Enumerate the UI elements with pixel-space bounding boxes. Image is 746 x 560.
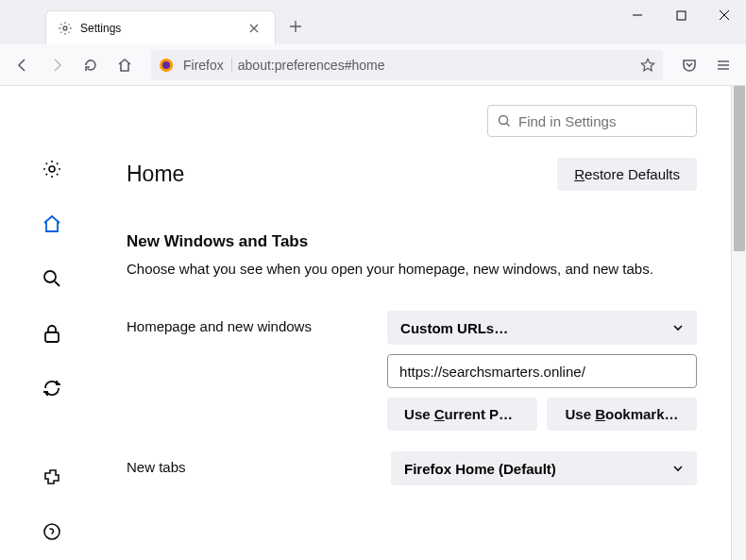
chevron-down-icon bbox=[672, 322, 684, 333]
back-button[interactable] bbox=[8, 50, 38, 80]
section-title: New Windows and Tabs bbox=[127, 232, 697, 251]
search-placeholder: Find in Settings bbox=[518, 113, 616, 129]
homepage-label: Homepage and new windows bbox=[127, 311, 387, 334]
close-window-button[interactable] bbox=[703, 0, 746, 30]
newtabs-select-value: Firefox Home (Default) bbox=[404, 461, 556, 477]
search-icon bbox=[498, 114, 511, 127]
svg-point-8 bbox=[500, 116, 508, 125]
restore-defaults-button[interactable]: Restore Defaults bbox=[557, 158, 697, 191]
settings-sidebar bbox=[0, 86, 104, 560]
section-description: Choose what you see when you open your h… bbox=[127, 261, 697, 277]
content-area: Find in Settings Home Restore Defaults N… bbox=[0, 86, 746, 560]
tab-close-button[interactable] bbox=[245, 19, 263, 38]
scrollbar[interactable] bbox=[731, 86, 746, 560]
sidebar-item-search[interactable] bbox=[37, 263, 67, 294]
newtabs-label: New tabs bbox=[127, 451, 391, 475]
toolbar: Firefox about:preferences#home bbox=[0, 44, 746, 86]
reload-button[interactable] bbox=[76, 50, 106, 80]
sidebar-item-home[interactable] bbox=[37, 209, 67, 239]
sidebar-item-sync[interactable] bbox=[37, 373, 67, 403]
browser-tab[interactable]: Settings bbox=[45, 10, 276, 44]
titlebar: Settings bbox=[0, 0, 746, 44]
homepage-url-input[interactable] bbox=[387, 354, 697, 388]
homepage-select-value: Custom URLs… bbox=[400, 320, 508, 336]
chevron-down-icon bbox=[672, 463, 684, 474]
svg-point-3 bbox=[162, 61, 170, 69]
svg-point-0 bbox=[63, 26, 67, 30]
gear-icon bbox=[58, 21, 73, 36]
bookmark-star-icon[interactable] bbox=[640, 58, 655, 73]
settings-main: Find in Settings Home Restore Defaults N… bbox=[104, 86, 746, 560]
url-bar[interactable]: Firefox about:preferences#home bbox=[151, 50, 663, 80]
homepage-select[interactable]: Custom URLs… bbox=[387, 311, 697, 345]
forward-button[interactable] bbox=[42, 50, 72, 80]
url-identity-label: Firefox bbox=[183, 58, 232, 73]
tab-title: Settings bbox=[80, 22, 245, 35]
use-bookmark-button[interactable]: Use Bookmark… bbox=[547, 398, 697, 431]
sidebar-item-privacy[interactable] bbox=[37, 318, 67, 348]
homepage-setting-row: Homepage and new windows Custom URLs… Us… bbox=[127, 311, 697, 431]
home-button[interactable] bbox=[110, 50, 140, 80]
newtabs-select[interactable]: Firefox Home (Default) bbox=[391, 451, 697, 485]
minimize-button[interactable] bbox=[616, 0, 659, 30]
newtabs-setting-row: New tabs Firefox Home (Default) bbox=[127, 451, 697, 485]
settings-search-input[interactable]: Find in Settings bbox=[487, 105, 697, 137]
sidebar-item-extensions[interactable] bbox=[37, 462, 67, 492]
svg-point-4 bbox=[49, 166, 55, 172]
svg-rect-1 bbox=[677, 11, 686, 20]
sidebar-item-general[interactable] bbox=[37, 154, 67, 184]
menu-button[interactable] bbox=[708, 50, 738, 80]
use-current-page-button[interactable]: Use Current Page bbox=[387, 398, 537, 431]
maximize-button[interactable] bbox=[659, 0, 703, 30]
page-title: Home bbox=[127, 161, 184, 187]
scrollbar-thumb[interactable] bbox=[734, 86, 745, 251]
pocket-button[interactable] bbox=[674, 50, 704, 80]
svg-rect-6 bbox=[45, 332, 59, 342]
firefox-logo-icon bbox=[159, 58, 178, 73]
new-tab-button[interactable] bbox=[281, 12, 310, 41]
window-controls bbox=[616, 0, 746, 30]
sidebar-item-help[interactable] bbox=[37, 517, 67, 547]
svg-point-5 bbox=[44, 271, 56, 282]
url-text: about:preferences#home bbox=[238, 58, 635, 73]
